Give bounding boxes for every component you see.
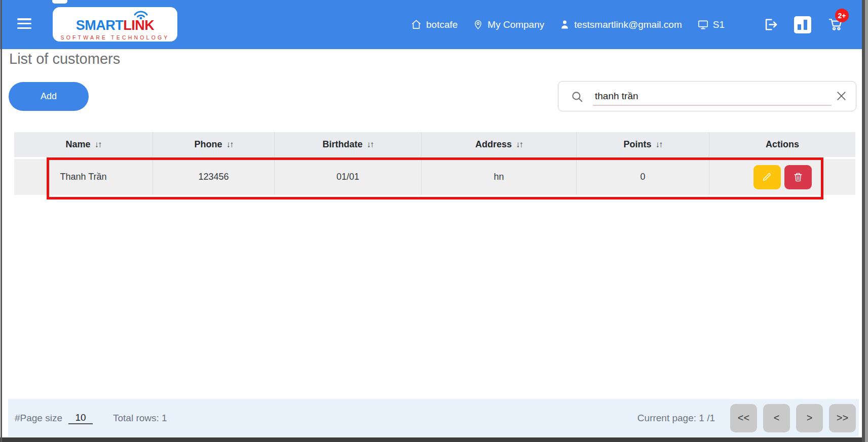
nav-station-label: S1 — [713, 19, 725, 30]
search-underline — [593, 105, 832, 106]
table-row[interactable]: Thanh Trần 123456 01/01 hn 0 — [14, 159, 855, 195]
add-customer-button[interactable]: Add — [9, 82, 89, 111]
window-border-right-outer — [865, 0, 868, 442]
sort-icon[interactable]: ↓↑ — [95, 140, 101, 150]
app-window: SMARTLINK SOFTWARE TECHNOLOGY botcafe My… — [0, 0, 868, 442]
sort-icon[interactable]: ↓↑ — [367, 140, 373, 150]
sort-icon[interactable]: ↓↑ — [516, 140, 522, 150]
reports-button[interactable] — [794, 16, 811, 33]
home-icon — [410, 19, 422, 30]
brand-tagline: SOFTWARE TECHNOLOGY — [53, 34, 177, 41]
column-header-phone[interactable]: Phone↓↑ — [153, 132, 275, 157]
cart-count-badge: 2+ — [835, 9, 849, 22]
next-page-button[interactable]: > — [796, 404, 823, 432]
column-header-birthdate[interactable]: Birthdate↓↑ — [275, 132, 422, 157]
header-actions: 2+ — [763, 0, 844, 49]
nav-account[interactable]: testsmartlink@gmail.com — [559, 19, 682, 30]
wifi-icon — [133, 9, 149, 19]
brand-logo[interactable]: SMARTLINK SOFTWARE TECHNOLOGY — [53, 7, 177, 42]
header-nav: botcafe My Company testsmartlink@gmail.c… — [410, 0, 725, 49]
nav-station[interactable]: S1 — [697, 19, 725, 30]
column-header-address[interactable]: Address↓↑ — [422, 132, 577, 157]
search-input[interactable] — [595, 86, 825, 106]
cell-name: Thanh Trần — [14, 159, 153, 195]
first-page-button[interactable]: << — [730, 404, 757, 432]
top-notch — [52, 0, 67, 4]
column-header-name[interactable]: Name↓↑ — [14, 132, 153, 157]
logout-button[interactable] — [763, 17, 778, 32]
cell-birthdate: 01/01 — [275, 159, 422, 195]
cell-phone: 123456 — [153, 159, 275, 195]
trash-icon — [792, 172, 804, 183]
close-icon — [835, 90, 848, 102]
nav-company[interactable]: My Company — [473, 19, 544, 30]
page-size-input[interactable] — [68, 412, 93, 424]
table-footer: #Page size Total rows: 1 Current page: 1… — [8, 399, 859, 437]
app-header: SMARTLINK SOFTWARE TECHNOLOGY botcafe My… — [0, 0, 868, 49]
sort-icon[interactable]: ↓↑ — [656, 140, 662, 150]
logout-icon — [763, 17, 778, 32]
window-border-bottom — [0, 437, 868, 442]
cell-actions — [709, 159, 855, 195]
pagination: Current page: 1 /1 << < > >> — [637, 404, 856, 432]
window-border-left — [1, 0, 2, 442]
cell-address: hn — [422, 159, 577, 195]
pencil-icon — [761, 171, 773, 183]
nav-site[interactable]: botcafe — [410, 19, 458, 30]
delete-button[interactable] — [784, 165, 812, 189]
location-pin-icon — [473, 19, 483, 30]
cell-points: 0 — [577, 159, 709, 195]
hamburger-menu-icon[interactable] — [17, 18, 31, 29]
monitor-icon — [697, 19, 709, 30]
table-header-row: Name↓↑ Phone↓↑ Birthdate↓↑ Address↓↑ Poi… — [14, 132, 855, 157]
last-page-button[interactable]: >> — [829, 404, 856, 432]
nav-site-label: botcafe — [426, 19, 458, 30]
page-size-label: #Page size — [15, 413, 62, 424]
prev-page-button[interactable]: < — [763, 404, 790, 432]
user-icon — [559, 19, 570, 30]
search-icon — [571, 90, 584, 103]
current-page-label: Current page: 1 /1 — [637, 413, 715, 424]
bar-chart-icon — [794, 16, 811, 33]
search-box — [558, 81, 856, 111]
window-border-right — [862, 0, 865, 442]
edit-button[interactable] — [753, 165, 781, 189]
nav-account-label: testsmartlink@gmail.com — [574, 19, 682, 30]
page-title: List of customers — [9, 51, 120, 67]
customers-table: Name↓↑ Phone↓↑ Birthdate↓↑ Address↓↑ Poi… — [14, 132, 855, 195]
total-rows-label: Total rows: 1 — [113, 413, 167, 424]
brand-name: SMARTLINK — [53, 19, 177, 32]
clear-search-button[interactable] — [835, 90, 848, 104]
cart-button[interactable]: 2+ — [827, 15, 844, 34]
sort-icon[interactable]: ↓↑ — [227, 140, 233, 150]
nav-company-label: My Company — [487, 19, 544, 30]
column-header-actions: Actions — [709, 132, 855, 157]
column-header-points[interactable]: Points↓↑ — [577, 132, 709, 157]
